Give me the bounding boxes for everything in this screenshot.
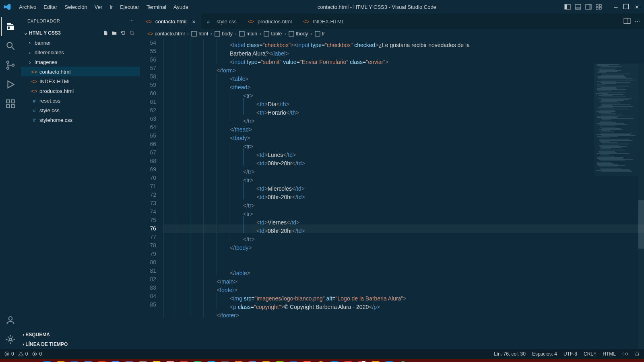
file-index-html[interactable]: <>INDEX.HTML bbox=[21, 76, 140, 86]
status-ports[interactable]: 0 bbox=[32, 351, 42, 357]
taskbar-app-25[interactable] bbox=[369, 359, 382, 362]
layout-panel-bottom-icon[interactable] bbox=[574, 3, 582, 11]
tab-productos[interactable]: <>productos.html bbox=[242, 14, 297, 29]
menu-ejecutar[interactable]: Ejecutar bbox=[116, 4, 143, 10]
taskbar-app-11[interactable] bbox=[178, 359, 190, 362]
svg-rect-22 bbox=[130, 31, 133, 34]
taskbar-app-16[interactable] bbox=[246, 359, 259, 362]
taskbar-app-9[interactable] bbox=[150, 359, 163, 362]
activity-search-icon[interactable] bbox=[1, 36, 20, 56]
minimap[interactable] bbox=[594, 64, 638, 176]
taskbar-app-15[interactable] bbox=[232, 359, 245, 362]
taskbar-app-1[interactable] bbox=[41, 359, 54, 362]
taskbar-app-21[interactable] bbox=[314, 359, 327, 362]
menu-editar[interactable]: Editar bbox=[40, 4, 61, 10]
start-menu-icon[interactable] bbox=[2, 359, 14, 362]
breadcrumb[interactable]: <> contacto.html› html› body› main› tabl… bbox=[140, 29, 644, 39]
taskbar-app-2[interactable] bbox=[54, 359, 67, 362]
taskbar-app-10[interactable] bbox=[164, 359, 177, 362]
sidebar-section-esquema[interactable]: › ESQUEMA bbox=[21, 330, 140, 339]
window-maximize-button[interactable] bbox=[622, 3, 630, 11]
file-stylehome-css[interactable]: #stylehome.css bbox=[21, 115, 140, 125]
taskbar-app-7[interactable] bbox=[123, 359, 136, 362]
task-view-icon[interactable] bbox=[27, 359, 40, 362]
menu-ir[interactable]: Ir bbox=[106, 4, 116, 10]
tab-contacto[interactable]: <>contacto.html× bbox=[140, 14, 201, 29]
file-contacto-html[interactable]: <>contacto.html bbox=[21, 67, 140, 76]
activity-extensions-icon[interactable] bbox=[1, 94, 20, 113]
menu-ver[interactable]: Ver bbox=[91, 4, 106, 10]
activity-debug-icon[interactable] bbox=[1, 75, 20, 94]
taskbar-app-vscode[interactable] bbox=[383, 359, 396, 362]
explorer-section-header[interactable]: ⌄ HTML Y CSS3 bbox=[21, 28, 140, 38]
file-tree: ›banner ›diferenciales ›imagenes <>conta… bbox=[21, 38, 140, 330]
taskbar-app-19[interactable] bbox=[287, 359, 300, 362]
editor-more-icon[interactable]: ⋯ bbox=[635, 19, 640, 25]
activity-explorer-icon[interactable] bbox=[1, 17, 20, 36]
taskbar-app-23[interactable] bbox=[342, 359, 355, 362]
status-errors[interactable]: 0 bbox=[4, 351, 14, 357]
folder-imagenes[interactable]: ›imagenes bbox=[21, 57, 140, 67]
taskbar-app-5[interactable] bbox=[95, 359, 108, 362]
taskbar-app-20[interactable] bbox=[301, 359, 314, 362]
file-style-css[interactable]: #style.css bbox=[21, 105, 140, 115]
split-editor-icon[interactable] bbox=[623, 17, 631, 26]
refresh-icon[interactable] bbox=[120, 30, 126, 36]
collapse-all-icon[interactable] bbox=[129, 30, 135, 36]
activity-settings-icon[interactable] bbox=[1, 330, 20, 349]
file-productos-html[interactable]: <>productos.html bbox=[21, 86, 140, 96]
taskbar-app-14[interactable] bbox=[219, 359, 231, 362]
taskbar-search-icon[interactable] bbox=[14, 359, 27, 362]
window-minimize-button[interactable]: ─ bbox=[612, 3, 620, 11]
taskbar-app-24[interactable] bbox=[355, 359, 368, 362]
svg-point-36 bbox=[34, 353, 35, 355]
file-reset-css[interactable]: #reset.css bbox=[21, 96, 140, 105]
activity-account-icon[interactable] bbox=[1, 311, 20, 330]
status-eol[interactable]: CRLF bbox=[584, 351, 596, 357]
folder-banner[interactable]: ›banner bbox=[21, 38, 140, 47]
menu-archivo[interactable]: Archivo bbox=[15, 4, 40, 10]
sidebar-section-timeline[interactable]: › LÍNEA DE TIEMPO bbox=[21, 339, 140, 349]
status-language[interactable]: HTML bbox=[603, 351, 616, 357]
layout-customize-icon[interactable] bbox=[595, 3, 603, 11]
menu-seleccion[interactable]: Selección bbox=[61, 4, 91, 10]
sidebar-more-icon[interactable]: ⋯ bbox=[129, 19, 134, 24]
svg-point-11 bbox=[7, 42, 12, 47]
svg-rect-8 bbox=[596, 7, 598, 9]
taskbar-app-6[interactable] bbox=[109, 359, 122, 362]
taskbar-app-4[interactable] bbox=[82, 359, 95, 362]
folder-diferenciales[interactable]: ›diferenciales bbox=[21, 47, 140, 57]
new-file-icon[interactable] bbox=[102, 30, 109, 36]
taskbar-app-18[interactable] bbox=[273, 359, 286, 362]
svg-rect-31 bbox=[315, 31, 320, 36]
taskbar-app-3[interactable] bbox=[68, 359, 81, 362]
tab-style[interactable]: #style.css bbox=[201, 14, 242, 29]
menu-ayuda[interactable]: Ayuda bbox=[170, 4, 192, 10]
taskbar-app-17[interactable] bbox=[260, 359, 272, 362]
scroll-thumb[interactable] bbox=[638, 200, 644, 249]
tab-close-icon[interactable]: × bbox=[192, 18, 196, 25]
status-feedback-icon[interactable] bbox=[622, 351, 628, 357]
vertical-scrollbar[interactable] bbox=[638, 64, 644, 349]
layout-panel-right-icon[interactable] bbox=[584, 3, 592, 11]
code-editor[interactable]: 5455565758596061626364656667686970717273… bbox=[140, 39, 644, 349]
svg-point-13 bbox=[7, 61, 9, 63]
status-cursor-position[interactable]: Lín. 76, col. 30 bbox=[494, 351, 526, 357]
window-close-button[interactable]: ✕ bbox=[633, 3, 641, 11]
new-folder-icon[interactable] bbox=[111, 30, 118, 36]
taskbar-app-13[interactable] bbox=[205, 359, 218, 362]
status-indentation[interactable]: Espacios: 4 bbox=[532, 351, 557, 357]
status-bell-icon[interactable] bbox=[634, 351, 640, 357]
status-encoding[interactable]: UTF-8 bbox=[564, 351, 577, 357]
svg-rect-1 bbox=[565, 4, 567, 9]
activity-source-control-icon[interactable] bbox=[1, 56, 20, 75]
taskbar-app-12[interactable] bbox=[191, 359, 204, 362]
taskbar-app-27[interactable] bbox=[396, 359, 409, 362]
menu-terminal[interactable]: Terminal bbox=[143, 4, 170, 10]
taskbar-app-22[interactable] bbox=[328, 359, 341, 362]
layout-panel-left-icon[interactable] bbox=[564, 3, 572, 11]
taskbar-app-8[interactable] bbox=[136, 359, 149, 362]
status-warnings[interactable]: 0 bbox=[18, 351, 28, 357]
tab-index[interactable]: <>INDEX.HTML bbox=[297, 14, 350, 29]
svg-rect-10 bbox=[623, 4, 628, 9]
